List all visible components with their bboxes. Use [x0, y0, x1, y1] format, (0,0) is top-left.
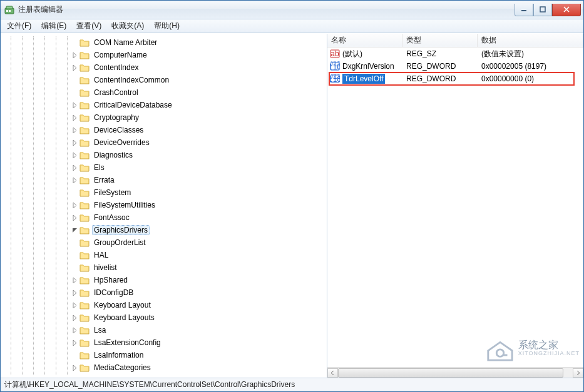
chevron-right-icon[interactable]: [71, 164, 78, 171]
folder-icon: [79, 88, 90, 98]
folder-icon: [79, 163, 90, 173]
chevron-right-icon[interactable]: [71, 139, 78, 146]
folder-icon: [79, 263, 90, 273]
close-icon: [563, 6, 570, 13]
value-row[interactable]: 011110TdrLevelOffREG_DWORD0x00000000 (0): [327, 73, 583, 85]
column-header-type[interactable]: 类型: [402, 34, 478, 47]
tree-node-label: FileSystemUtilities: [92, 200, 157, 210]
folder-icon: [79, 275, 90, 285]
chevron-right-icon[interactable]: [71, 126, 78, 134]
chevron-right-icon[interactable]: [71, 176, 78, 184]
value-row[interactable]: ab(默认)REG_SZ(数值未设置): [327, 48, 583, 60]
statusbar: 计算机\HKEY_LOCAL_MACHINE\SYSTEM\CurrentCon…: [1, 378, 583, 391]
tree-pane[interactable]: COM Name ArbiterComputerNameContentIndex…: [1, 34, 327, 378]
titlebar[interactable]: 注册表编辑器: [1, 1, 583, 19]
value-row[interactable]: 011110DxgKrnlVersionREG_DWORD0x00002005 …: [327, 60, 583, 73]
folder-icon: [79, 288, 90, 298]
close-button[interactable]: [552, 4, 581, 16]
tree-node-label: FontAssoc: [92, 213, 131, 223]
tree-node-label: Lsa: [92, 325, 108, 335]
scroll-thumb[interactable]: [338, 368, 563, 378]
menu-help[interactable]: 帮助(H): [149, 19, 185, 33]
tree-node-label: ComputerName: [92, 50, 149, 60]
tree-guides: [3, 36, 71, 375]
folder-icon: [79, 188, 90, 198]
chevron-right-icon: [71, 189, 78, 196]
statusbar-path: 计算机\HKEY_LOCAL_MACHINE\SYSTEM\CurrentCon…: [4, 379, 295, 390]
chevron-right-icon[interactable]: [71, 64, 78, 71]
horizontal-scrollbar[interactable]: [327, 367, 583, 378]
chevron-right-icon[interactable]: [71, 201, 78, 209]
chevron-right-icon[interactable]: [71, 289, 78, 296]
chevron-right-icon[interactable]: [71, 51, 78, 59]
value-type: REG_SZ: [402, 49, 478, 58]
tree-node-label: GroupOrderList: [92, 238, 148, 248]
tree-node-label: Errata: [92, 175, 116, 185]
scroll-left-button[interactable]: [327, 368, 338, 378]
chevron-right-icon[interactable]: [71, 276, 78, 284]
window-title: 注册表编辑器: [18, 4, 515, 15]
value-data: 0x00000000 (0): [478, 74, 583, 83]
folder-icon: [79, 225, 90, 235]
chevron-right-icon[interactable]: [71, 214, 78, 221]
tree-node-label: COM Name Arbiter: [92, 38, 159, 48]
tree-node-label: CrashControl: [92, 88, 140, 98]
tree-node-label: Cryptography: [92, 113, 141, 123]
column-header-name[interactable]: 名称: [327, 34, 402, 47]
window-buttons: [515, 4, 581, 16]
tree-node-label: GraphicsDrivers: [92, 225, 150, 235]
tree-node-label: Els: [92, 163, 106, 173]
svg-text:110: 110: [330, 75, 340, 84]
tree-node-label: IDConfigDB: [92, 288, 135, 298]
menu-view[interactable]: 查看(V): [71, 19, 106, 33]
chevron-right-icon: [71, 351, 78, 359]
folder-icon: [79, 100, 90, 110]
dword-value-icon: 011110: [330, 74, 340, 84]
svg-rect-5: [540, 7, 545, 12]
chevron-right-icon: [71, 39, 78, 46]
folder-icon: [79, 38, 90, 48]
chevron-right-icon[interactable]: [71, 314, 78, 321]
svg-text:110: 110: [330, 63, 340, 71]
tree-node-label: FileSystem: [92, 188, 133, 198]
value-type: REG_DWORD: [402, 62, 478, 71]
folder-icon: [79, 338, 90, 348]
folder-icon: [79, 125, 90, 135]
value-type: REG_DWORD: [402, 74, 478, 83]
scroll-track[interactable]: [338, 368, 573, 378]
tree-node-label: Keyboard Layouts: [92, 313, 156, 323]
menu-file[interactable]: 文件(F): [2, 19, 36, 33]
menu-favorites[interactable]: 收藏夹(A): [106, 19, 149, 33]
values-pane: 名称 类型 数据 ab(默认)REG_SZ(数值未设置)011110DxgKrn…: [327, 34, 583, 378]
registry-editor-window: 注册表编辑器 文件(F) 编辑(E) 查看(V) 收藏夹(A) 帮助(H): [0, 0, 584, 392]
tree-node-label: Diagnostics: [92, 150, 135, 160]
menu-edit[interactable]: 编辑(E): [36, 19, 71, 33]
chevron-right-icon[interactable]: [71, 101, 78, 109]
scroll-right-button[interactable]: [573, 368, 583, 378]
value-name: DxgKrnlVersion: [342, 62, 394, 71]
folder-icon: [79, 325, 90, 335]
maximize-button[interactable]: [533, 4, 552, 16]
folder-icon: [79, 138, 90, 148]
chevron-right-icon[interactable]: [71, 364, 78, 371]
menubar: 文件(F) 编辑(E) 查看(V) 收藏夹(A) 帮助(H): [1, 19, 583, 33]
chevron-right-icon[interactable]: [71, 326, 78, 334]
chevron-right-icon[interactable]: [71, 151, 78, 159]
tree-node-label: ContentIndex: [92, 63, 140, 73]
folder-icon: [79, 250, 90, 260]
minimize-button[interactable]: [515, 4, 533, 16]
folder-icon: [79, 50, 90, 60]
folder-icon: [79, 150, 90, 160]
chevron-right-icon[interactable]: [71, 114, 78, 121]
values-body[interactable]: ab(默认)REG_SZ(数值未设置)011110DxgKrnlVersionR…: [327, 48, 583, 367]
column-header-data[interactable]: 数据: [478, 34, 583, 47]
folder-icon: [79, 75, 90, 85]
svg-rect-2: [6, 10, 8, 12]
svg-rect-3: [9, 10, 11, 12]
chevron-right-icon[interactable]: [71, 301, 78, 309]
chevron-left-icon: [330, 371, 335, 375]
chevron-right-icon[interactable]: [71, 339, 78, 346]
values-header: 名称 类型 数据: [327, 34, 583, 48]
folder-icon: [79, 300, 90, 310]
chevron-down-icon[interactable]: [71, 226, 78, 234]
